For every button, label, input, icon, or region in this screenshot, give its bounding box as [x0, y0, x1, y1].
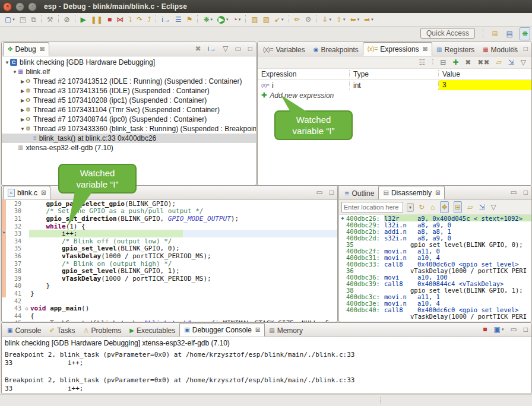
disassembly-line[interactable]: vTaskDelay(1000 / portTICK_PERI — [339, 313, 531, 319]
code-line[interactable]: 43⊖void app_main() — [2, 304, 337, 312]
terminate-console-button[interactable]: ■ — [482, 324, 487, 335]
tab-blink-c[interactable]: cblink.c⊠ — [3, 186, 50, 199]
disassembly-line[interactable]: 35gpio_set_level(BLINK_GPIO, 0); — [339, 241, 531, 248]
tree-expander-icon[interactable]: ▶ — [20, 107, 26, 113]
tab-variables[interactable]: (x)=Variables — [259, 43, 309, 56]
tab-debug[interactable]: ✤Debug⊠ — [3, 42, 49, 56]
export-button[interactable]: ⇲ — [478, 202, 485, 212]
tree-expander-icon[interactable]: ▶ — [20, 117, 26, 122]
code-line[interactable]: 32 while(1) { — [2, 223, 337, 230]
tab-executables[interactable]: ▶Executables — [125, 324, 179, 337]
code-line[interactable]: 39 vTaskDelay(1000 / portTICK_PERIOD_MS)… — [2, 275, 337, 283]
launch-button[interactable]: ➹▾ — [273, 14, 286, 25]
remove-all-terminated-button[interactable]: ✖ — [194, 43, 201, 54]
add-expression-row[interactable]: ✚Add new expression — [258, 90, 531, 100]
dropdown-arrow-icon[interactable]: ▾ — [343, 17, 346, 22]
show-type-names-button[interactable]: ☷ — [419, 57, 425, 68]
show-source-button[interactable]: ⊞ — [454, 201, 462, 213]
last-edit-location-button[interactable]: ⇧▾ — [334, 14, 347, 25]
home-button[interactable]: ⌂ — [430, 202, 435, 212]
dropdown-arrow-icon[interactable]: ▾ — [502, 327, 504, 332]
tab-debugger-console[interactable]: ▣Debugger Console⊠ — [179, 323, 265, 337]
dropdown-arrow-icon[interactable]: ▾ — [12, 17, 15, 22]
step-return-button[interactable]: ⤴ — [145, 14, 153, 25]
code-line[interactable]: 40 } — [2, 283, 337, 290]
dropdown-arrow-icon[interactable]: ▾ — [357, 17, 360, 22]
code-line[interactable]: ➤33 i++; — [2, 230, 337, 237]
minimize-button[interactable]: ▭ — [315, 187, 323, 198]
build-button[interactable]: ⚒ — [45, 14, 55, 25]
sync-selection-button[interactable]: ❖ — [440, 201, 449, 213]
instruction-stepping-mode-button[interactable]: i→ — [207, 43, 217, 54]
pin-editor-button[interactable]: ⇩▾ — [320, 14, 333, 25]
close-tab-icon[interactable]: ⊠ — [435, 189, 440, 196]
disconnect-button[interactable]: ⋈ — [115, 14, 125, 25]
maximize-button[interactable]: □ — [523, 43, 528, 54]
disassembly-line[interactable]: 400dbc2d:s32i.na8, a9, 0 — [339, 234, 531, 241]
minimize-button[interactable]: ▭ — [509, 187, 517, 198]
new-view-button[interactable]: ▱ — [496, 57, 501, 68]
coverage-button[interactable]: ◔▾ — [232, 14, 243, 25]
debug-button[interactable]: ❋▾ — [201, 14, 214, 25]
disassembly-line[interactable]: 400dbc33:call80x400dc6c0 <gpio_set_level… — [339, 261, 531, 267]
skip-breakpoints-button[interactable]: ⊘ — [62, 14, 72, 25]
code-line[interactable]: 35 gpio_set_level(BLINK_GPIO, 0); — [2, 245, 337, 253]
save-button[interactable]: ◳ — [18, 14, 28, 25]
view-menu-button[interactable]: ▽ — [521, 57, 526, 68]
suspend-button[interactable]: ❚❚ — [89, 14, 104, 25]
code-line[interactable]: 30 /* Set the GPIO as a push/pull output… — [2, 208, 337, 215]
dropdown-arrow-icon[interactable]: ▾ — [371, 17, 373, 22]
format-button[interactable]: ✏ — [293, 14, 302, 25]
disassembly-line[interactable]: 400dbc3c:movi.na11, 1 — [339, 293, 531, 300]
display-selected-console-button[interactable]: ▣▾ — [493, 324, 505, 335]
disassembly-line[interactable]: 400dbc29:l32i.na8, a9, 0 — [339, 221, 531, 228]
code-line[interactable]: 37 /* Blink on (output high) */ — [2, 260, 337, 268]
disassembly-line[interactable]: 400dbc36:movia10, 100 — [339, 274, 531, 280]
window-close-button[interactable]: ✕ — [3, 2, 12, 11]
quick-access-button[interactable]: Quick Access — [420, 28, 475, 39]
debug-perspective-button[interactable]: ❋ — [520, 27, 530, 40]
minimize-button[interactable]: ▭ — [509, 43, 517, 54]
show-logical-structure-button[interactable]: ⫶ — [432, 57, 433, 68]
window-minimize-button[interactable]: − — [15, 2, 24, 11]
open-resource-button[interactable]: ▧ — [261, 14, 271, 25]
collapse-all-button[interactable]: ⊟ — [440, 57, 446, 68]
remove-all-expressions-button[interactable]: ✖✖ — [477, 57, 489, 68]
close-tab-icon[interactable]: ⊠ — [423, 46, 428, 52]
tab-problems[interactable]: ⚠Problems — [80, 324, 126, 337]
refresh-button[interactable]: ↻ — [418, 202, 425, 212]
tree-expander-icon[interactable]: ▶ — [20, 88, 26, 94]
code-line[interactable]: 41} — [2, 290, 337, 297]
maximize-button[interactable]: □ — [329, 187, 334, 198]
console-output[interactable]: Breakpoint 2, blink_task (pvParameter=0x… — [5, 351, 531, 393]
column-header-expression[interactable]: Expression — [258, 70, 350, 78]
dropdown-arrow-icon[interactable]: ▾ — [329, 17, 331, 22]
disassembly-line[interactable]: 38gpio_set_level(BLINK_GPIO, 1); — [339, 287, 531, 293]
close-tab-icon[interactable]: ⊠ — [40, 46, 45, 52]
close-tab-icon[interactable]: ⊠ — [41, 189, 46, 196]
location-dropdown-icon[interactable]: ▾ — [407, 203, 414, 212]
column-header-type[interactable]: Type — [350, 70, 439, 78]
disassembly-line[interactable]: ◆400dbc26:l32ra9, 0x400d045c <_stext+109… — [339, 215, 531, 221]
code-editor[interactable]: 29 gpio_pad_select_gpio(BLINK_GPIO);30 /… — [2, 200, 337, 322]
view-menu-button[interactable]: ▽ — [222, 43, 229, 54]
minimize-button[interactable]: ▭ — [509, 324, 517, 335]
code-line[interactable]: 31 gpio_set_direction(BLINK_GPIO, GPIO_M… — [2, 215, 337, 223]
c-cpp-perspective-button[interactable]: ▤ — [505, 28, 515, 40]
view-menu-button[interactable]: ▽ — [490, 202, 496, 212]
minimize-button[interactable]: ▭ — [234, 43, 242, 54]
maximize-button[interactable]: □ — [523, 324, 528, 335]
dropdown-arrow-icon[interactable]: ▾ — [226, 17, 229, 22]
tree-expander-icon[interactable]: ▼ — [12, 69, 18, 75]
debug-tree-item[interactable]: ▶⚙Thread #5 1073410208 (ipc1) (Suspended… — [2, 96, 256, 105]
code-line[interactable]: 42 — [2, 297, 337, 305]
debug-tree-item[interactable]: ▼▦blink.elf — [2, 67, 256, 77]
terminate-button[interactable]: ■ — [106, 14, 113, 25]
disassembly-listing[interactable]: ◆400dbc26:l32ra9, 0x400d045c <_stext+109… — [339, 215, 531, 319]
location-input[interactable] — [341, 202, 403, 212]
instruction-stepping-button[interactable]: i→ — [160, 14, 172, 25]
tab-breakpoints[interactable]: ◉Breakpoints — [309, 43, 363, 56]
tab-outline[interactable]: ≣Outline — [340, 187, 378, 199]
disassembly-line[interactable]: 400dbc39:call80x400844c4 <vTaskDelay> — [339, 280, 531, 287]
add-expression-button[interactable]: ✚ — [452, 57, 458, 68]
